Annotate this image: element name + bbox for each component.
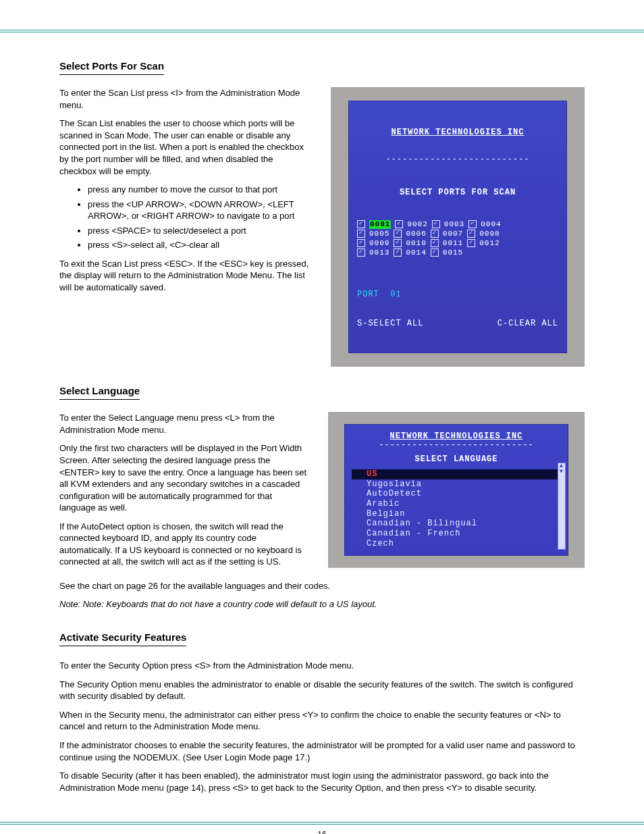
ss1-port: 0015 bbox=[443, 249, 463, 257]
checkbox-icon: ✓ bbox=[431, 230, 439, 238]
ss1-hint-select-all: S-SELECT ALL bbox=[357, 319, 423, 328]
sec-para-4: If the administrator chooses to enable t… bbox=[59, 739, 585, 763]
checkbox-icon: ✓ bbox=[467, 230, 475, 238]
ss2-lang-item: Yugoslavia bbox=[367, 479, 561, 490]
ss1-underline: -------------------------- bbox=[357, 155, 558, 164]
lang-autodetect-para: If the AutoDetect option is chosen, the … bbox=[59, 521, 309, 568]
sec-para-1: To enter the Security Option press <S> f… bbox=[59, 660, 585, 672]
ss1-port: 0009 bbox=[369, 239, 390, 248]
ss1-port: 0010 bbox=[406, 239, 426, 248]
ss2-lang-item: Canadian - Bilingual bbox=[367, 519, 561, 529]
bottom-horizontal-rule bbox=[0, 822, 644, 825]
ss2-lang-item: Czech bbox=[367, 539, 561, 549]
scroll-down-icon: ▼ bbox=[558, 469, 565, 474]
checkbox-icon: ✓ bbox=[395, 220, 403, 228]
ss2-lang-item: AutoDetect bbox=[367, 489, 561, 499]
checkbox-icon: ✓ bbox=[357, 249, 365, 257]
scan-intro-para: To enter the Scan List press <I> from th… bbox=[59, 87, 312, 111]
ss1-port-grid: ✓0001 ✓0002 ✓0003 ✓0004 ✓0005 ✓0006 ✓000… bbox=[357, 220, 558, 257]
scrollbar-icon: ▲ ▼ bbox=[558, 463, 566, 550]
checkbox-icon: ✓ bbox=[467, 239, 475, 247]
sec-para-3: When in the Security menu, the administr… bbox=[59, 709, 585, 733]
lang-intro-para: To enter the Select Language menu press … bbox=[59, 412, 309, 436]
ss2-title: SELECT LANGUAGE bbox=[352, 454, 561, 465]
checkbox-icon: ✓ bbox=[394, 249, 402, 257]
ss1-port: 0002 bbox=[407, 220, 427, 229]
scan-bullet-3: press <SPACE> to select/deselect a port bbox=[88, 225, 312, 237]
ss2-lang-selected: US bbox=[352, 469, 561, 479]
checkbox-icon: ✓ bbox=[394, 230, 402, 238]
ss2-lang-list: US Yugoslavia AutoDetect Arabic Belgian … bbox=[352, 469, 561, 548]
ss2-underline: ---------------------------- bbox=[352, 440, 561, 450]
ss1-port: 0012 bbox=[479, 239, 500, 248]
heading-select-language: Select Language bbox=[59, 384, 140, 400]
ss1-port-indicator: PORT 01 bbox=[357, 290, 558, 299]
scan-bullet-4: press <S>-select all, <C>-clear all bbox=[88, 239, 312, 251]
checkbox-icon: ✓ bbox=[432, 220, 440, 228]
lang-note-para: Note: Note: Keyboards that do not have a… bbox=[59, 598, 585, 610]
checkbox-icon: ✓ bbox=[431, 249, 439, 257]
ss1-port: 0001 bbox=[369, 220, 391, 229]
checkbox-icon: ✓ bbox=[357, 230, 365, 238]
scan-exit-para: To exit the Scan List press <ESC>. If th… bbox=[59, 258, 312, 294]
ss1-port: 0014 bbox=[406, 249, 426, 257]
checkbox-icon: ✓ bbox=[468, 220, 477, 228]
screenshot-scan-ports: NETWORK TECHNOLOGIES INC ---------------… bbox=[331, 87, 585, 367]
ss2-lang-item: Canadian - French bbox=[367, 529, 561, 539]
scan-bullet-2: press the <UP ARROW>, <DOWN ARROW>, <LEF… bbox=[88, 199, 312, 222]
lang-desc-para: Only the first two characters will be di… bbox=[59, 442, 309, 513]
checkbox-icon: ✓ bbox=[431, 239, 439, 247]
heading-activate-security: Activate Security Features bbox=[59, 631, 186, 646]
scan-bullet-1: press any number to move the cursor to t… bbox=[88, 184, 312, 196]
ss1-port: 0011 bbox=[443, 239, 463, 248]
ss1-port: 0003 bbox=[444, 220, 464, 229]
scan-bullets: press any number to move the cursor to t… bbox=[59, 184, 312, 251]
ss1-port: 0005 bbox=[369, 230, 390, 238]
ss1-port: 0004 bbox=[481, 220, 501, 229]
scan-desc-para: The Scan List enables the user to choose… bbox=[59, 118, 312, 177]
page-number: 16 bbox=[0, 830, 644, 834]
checkbox-icon: ✓ bbox=[357, 239, 365, 247]
ss1-company: NETWORK TECHNOLOGIES INC bbox=[357, 128, 558, 137]
sec-para-2: The Security Option menu enables the adm… bbox=[59, 679, 585, 702]
ss2-lang-item: Arabic bbox=[367, 499, 561, 509]
ss1-hint-clear-all: C-CLEAR ALL bbox=[498, 319, 558, 328]
ss1-port: 0013 bbox=[369, 249, 390, 257]
ss1-port: 0006 bbox=[406, 230, 426, 238]
screenshot-select-language: NETWORK TECHNOLOGIES INC ---------------… bbox=[328, 412, 585, 568]
ss1-title: SELECT PORTS FOR SCAN bbox=[357, 188, 558, 197]
lang-chart-ref-para: See the chart on page 26 for the availab… bbox=[59, 580, 585, 592]
ss1-port: 0007 bbox=[443, 230, 463, 238]
checkbox-icon: ✓ bbox=[394, 239, 402, 247]
ss2-lang-item: Belgian bbox=[367, 509, 561, 519]
heading-select-ports-for-scan: Select Ports For Scan bbox=[59, 59, 164, 75]
sec-para-5: To disable Security (after it has been e… bbox=[59, 770, 585, 793]
checkbox-icon: ✓ bbox=[357, 220, 365, 228]
ss1-port: 0008 bbox=[479, 230, 500, 238]
